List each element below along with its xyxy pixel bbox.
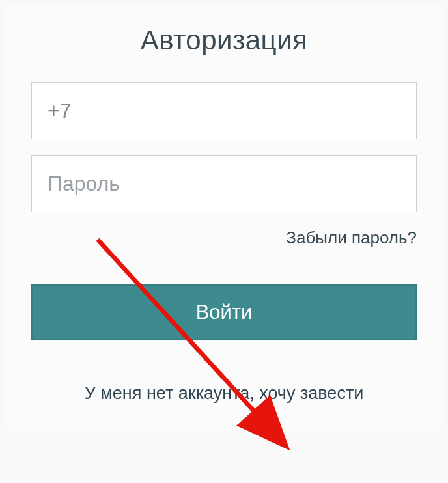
login-button[interactable]: Войти: [31, 284, 417, 340]
password-input[interactable]: [31, 155, 417, 212]
login-card: Авторизация Забыли пароль? Войти У меня …: [5, 5, 443, 430]
signup-link[interactable]: У меня нет аккаунта, хочу завести: [85, 383, 364, 403]
forgot-password-link[interactable]: Забыли пароль?: [286, 228, 417, 247]
signup-row: У меня нет аккаунта, хочу завести: [31, 383, 417, 404]
phone-input[interactable]: [31, 82, 417, 139]
forgot-password-row: Забыли пароль?: [31, 228, 417, 248]
svg-line-1: [98, 240, 284, 444]
page-title: Авторизация: [31, 25, 417, 56]
arrow-icon: [92, 234, 314, 456]
